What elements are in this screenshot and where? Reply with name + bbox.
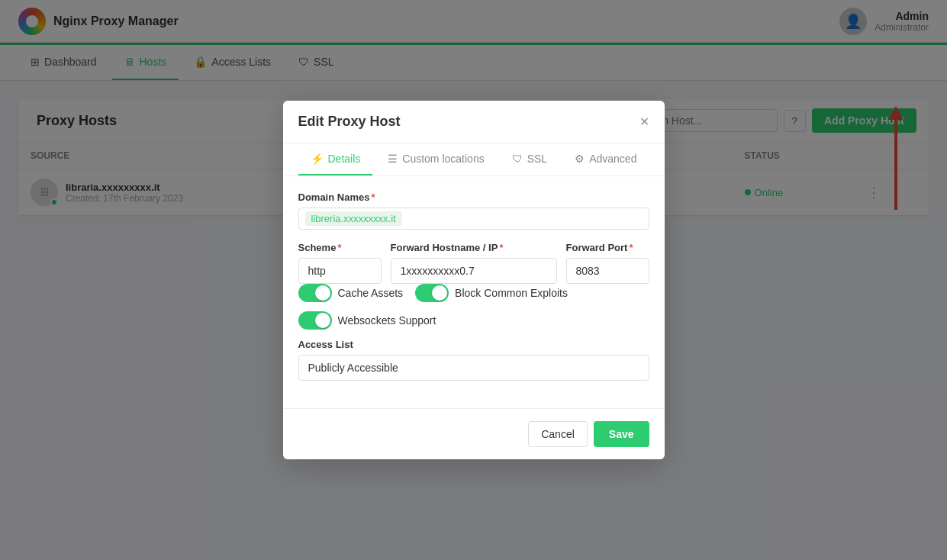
modal-title: Edit Proxy Host: [298, 114, 401, 130]
tab-details-label: Details: [328, 153, 361, 165]
modal-overlay[interactable]: Edit Proxy Host × ⚡ Details ☰ Custom loc…: [0, 0, 947, 233]
domain-names-label: Domain Names*: [298, 191, 649, 203]
domain-tag: libreria.xxxxxxxxx.it: [305, 211, 402, 226]
domain-names-group: Domain Names* libreria.xxxxxxxxx.it: [298, 191, 649, 230]
tab-advanced[interactable]: ⚙ Advanced: [562, 143, 649, 175]
modal-close-button[interactable]: ×: [640, 113, 649, 130]
modal-body: Domain Names* libreria.xxxxxxxxx.it Sche…: [283, 176, 665, 233]
modal-tabs: ⚡ Details ☰ Custom locations 🛡 SSL ⚙ Adv…: [283, 143, 665, 176]
modal-header: Edit Proxy Host ×: [283, 101, 665, 143]
list-icon: ☰: [388, 153, 398, 165]
tab-custom-locations-label: Custom locations: [402, 153, 484, 165]
edit-proxy-host-modal: Edit Proxy Host × ⚡ Details ☰ Custom loc…: [283, 101, 665, 233]
gear-icon: ⚙: [575, 153, 585, 165]
tab-ssl[interactable]: 🛡 SSL: [500, 143, 559, 175]
bolt-icon: ⚡: [311, 153, 324, 165]
domain-names-input[interactable]: libreria.xxxxxxxxx.it: [298, 208, 649, 230]
tab-details[interactable]: ⚡ Details: [298, 143, 373, 175]
shield-icon-tab: 🛡: [512, 153, 523, 165]
tab-custom-locations[interactable]: ☰ Custom locations: [375, 143, 496, 175]
tab-ssl-label: SSL: [527, 153, 547, 165]
tab-advanced-label: Advanced: [589, 153, 636, 165]
